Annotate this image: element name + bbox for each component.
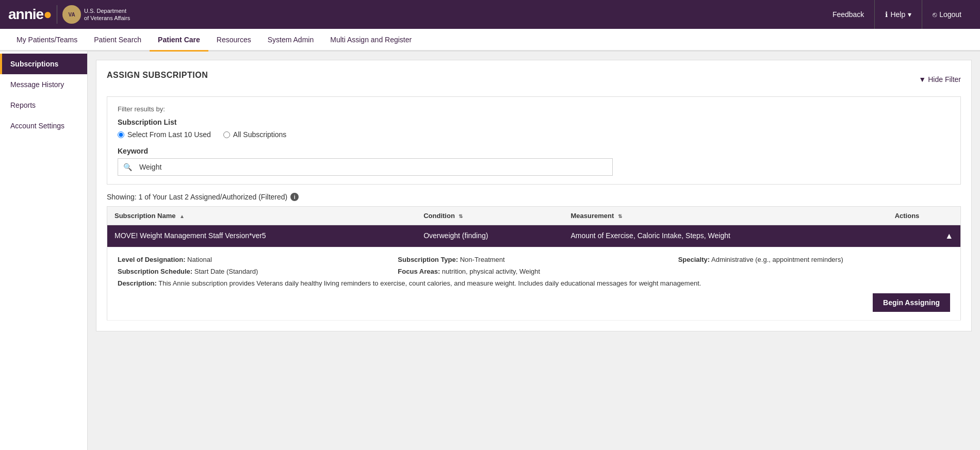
nav-item-patient-search[interactable]: Patient Search [86,29,150,52]
radio-last-10-input[interactable] [118,131,124,138]
filter-section: Filter results by: Subscription List Sel… [107,96,961,185]
header-left: annie● VA U.S. Department of Veterans Af… [8,5,130,24]
secondary-nav: My Patients/Teams Patient Search Patient… [0,29,980,52]
chevron-up-icon: ▲ [945,231,953,240]
logout-button[interactable]: ⎋ Logout [922,0,972,29]
level-of-designation: Level of Designation: National [118,256,389,263]
nav-item-system-admin[interactable]: System Admin [259,29,322,52]
help-chevron-icon: ▾ [908,10,911,19]
content-panel: ASSIGN SUBSCRIPTION ▼ Hide Filter Filter… [96,60,972,331]
results-summary: Showing: 1 of Your Last 2 Assigned/Autho… [107,193,961,201]
radio-all-input[interactable] [223,131,230,138]
va-seal: VA U.S. Department of Veterans Affairs [57,5,130,24]
detail-grid: Level of Designation: National Subscript… [118,256,950,275]
sidebar-item-account-settings[interactable]: Account Settings [0,115,87,136]
table-body: MOVE! Weight Management Staff Version*ve… [107,225,961,321]
keyword-section: Keyword 🔍 [118,147,950,176]
row-condition: Overweight (finding) [416,225,563,247]
sidebar-item-reports[interactable]: Reports [0,95,87,115]
sidebar-item-subscriptions[interactable]: Subscriptions [0,54,87,74]
logo-dot: ● [43,6,52,22]
table-detail-row: Level of Designation: National Subscript… [107,247,961,321]
info-icon: ℹ [885,10,888,19]
nav-item-my-patients-teams[interactable]: My Patients/Teams [8,29,86,52]
row-name: MOVE! Weight Management Staff Version*ve… [107,225,417,247]
row-actions[interactable]: ▲ [888,225,961,247]
logout-icon: ⎋ [933,10,937,19]
app-logo: annie● [8,6,52,23]
help-button[interactable]: ℹ Help ▾ [875,0,922,29]
detail-cell: Level of Designation: National Subscript… [107,247,961,321]
results-section: Showing: 1 of Your Last 2 Assigned/Autho… [107,193,961,321]
nav-item-patient-care[interactable]: Patient Care [150,29,208,52]
col-header-condition[interactable]: Condition ⇅ [416,207,563,225]
results-info-icon[interactable]: i [290,193,299,201]
subscription-schedule: Subscription Schedule: Start Date (Stand… [118,268,389,275]
filter-icon: ▼ [919,75,926,84]
header-right: Feedback ℹ Help ▾ ⎋ Logout [822,0,972,29]
table-row[interactable]: MOVE! Weight Management Staff Version*ve… [107,225,961,247]
sidebar-item-message-history[interactable]: Message History [0,74,87,95]
keyword-input[interactable] [137,159,612,175]
feedback-button[interactable]: Feedback [822,0,875,29]
begin-assigning-button[interactable]: Begin Assigning [873,293,950,312]
table-header: Subscription Name ▲ Condition ⇅ Measurem… [107,207,961,225]
panel-title: ASSIGN SUBSCRIPTION [107,71,208,80]
nav-item-multi-assign[interactable]: Multi Assign and Register [322,29,420,52]
specialty: Specialty: Administrative (e.g., appoint… [678,256,950,263]
logo-text: annie [8,6,43,22]
results-table: Subscription Name ▲ Condition ⇅ Measurem… [107,206,961,321]
row-measurement: Amount of Exercise, Caloric Intake, Step… [564,225,888,247]
sort-icon-name: ▲ [179,213,185,219]
nav-item-resources[interactable]: Resources [208,29,259,52]
focus-areas: Focus Areas: nutrition, physical activit… [398,268,669,275]
description: Description: This Annie subscription pro… [118,279,950,287]
col-header-actions: Actions [888,207,961,225]
sort-icon-measurement: ⇅ [618,213,622,219]
keyword-label: Keyword [118,147,950,155]
va-seal-text: U.S. Department of Veterans Affairs [84,7,130,22]
hide-filter-button[interactable]: ▼ Hide Filter [919,75,961,84]
radio-all-subscriptions[interactable]: All Subscriptions [223,130,287,139]
search-icon: 🔍 [118,159,137,175]
col-header-name[interactable]: Subscription Name ▲ [107,207,417,225]
sidebar: Subscriptions Message History Reports Ac… [0,52,88,450]
va-seal-icon: VA [62,5,81,24]
search-wrapper: 🔍 [118,158,613,176]
top-header: annie● VA U.S. Department of Veterans Af… [0,0,980,29]
subscription-list-label: Subscription List [118,118,950,126]
begin-assigning-wrapper: Begin Assigning [118,287,950,312]
radio-group: Select From Last 10 Used All Subscriptio… [118,130,950,139]
subscription-type: Subscription Type: Non-Treatment [398,256,669,263]
sort-icon-condition: ⇅ [459,213,463,219]
filter-by-label: Filter results by: [118,105,950,113]
main-content: ASSIGN SUBSCRIPTION ▼ Hide Filter Filter… [88,52,980,450]
radio-last-10[interactable]: Select From Last 10 Used [118,130,211,139]
col-header-measurement[interactable]: Measurement ⇅ [564,207,888,225]
app-body: Subscriptions Message History Reports Ac… [0,52,980,450]
